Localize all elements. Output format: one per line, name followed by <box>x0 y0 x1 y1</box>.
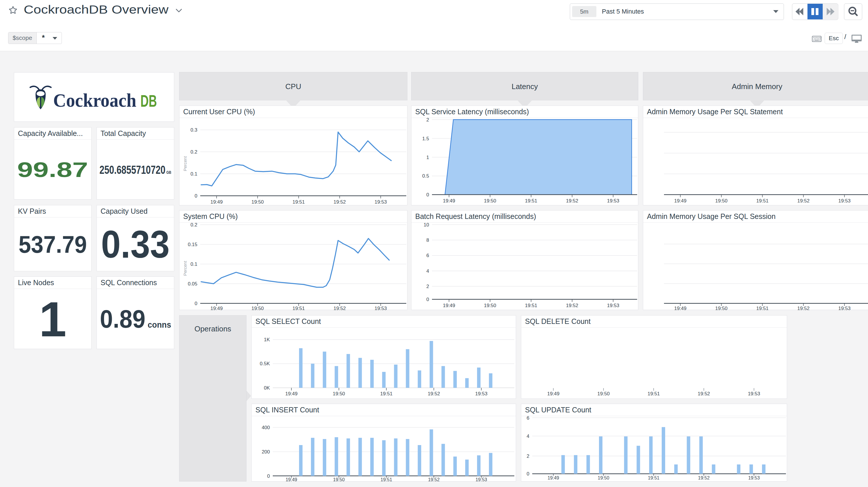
svg-text:19:50: 19:50 <box>598 476 610 480</box>
svg-text:19:50: 19:50 <box>597 391 610 397</box>
svg-text:19:50: 19:50 <box>251 199 264 205</box>
svg-text:19:49: 19:49 <box>674 198 686 204</box>
svg-text:19:49: 19:49 <box>210 306 223 310</box>
svg-text:19:53: 19:53 <box>838 198 851 204</box>
svg-text:19:51: 19:51 <box>648 476 659 480</box>
svg-text:19:51: 19:51 <box>292 199 305 205</box>
svg-text:19:51: 19:51 <box>525 303 537 308</box>
svg-text:19:50: 19:50 <box>715 198 727 204</box>
svg-text:19:52: 19:52 <box>566 198 579 204</box>
svg-text:19:49: 19:49 <box>443 198 455 204</box>
svg-text:2: 2 <box>427 284 429 289</box>
svg-text:2: 2 <box>427 117 429 123</box>
svg-text:8: 8 <box>427 237 429 243</box>
svg-text:19:51: 19:51 <box>292 306 305 310</box>
svg-text:19:49: 19:49 <box>285 477 297 482</box>
svg-text:0.3: 0.3 <box>190 127 197 133</box>
svg-text:19:49: 19:49 <box>443 303 455 308</box>
svg-text:19:53: 19:53 <box>475 391 488 397</box>
svg-text:6: 6 <box>527 415 529 421</box>
svg-text:19:49: 19:49 <box>674 306 686 310</box>
svg-text:19:52: 19:52 <box>797 198 810 204</box>
svg-text:0.1: 0.1 <box>190 261 197 267</box>
svg-text:19:49: 19:49 <box>285 391 298 397</box>
svg-text:19:53: 19:53 <box>374 199 387 205</box>
svg-text:0.1: 0.1 <box>190 171 197 177</box>
svg-text:0.05: 0.05 <box>188 281 197 287</box>
svg-text:DB: DB <box>141 91 157 110</box>
svg-text:19:53: 19:53 <box>748 391 760 397</box>
svg-text:19:53: 19:53 <box>475 477 487 482</box>
svg-text:19:50: 19:50 <box>333 477 345 482</box>
svg-text:200: 200 <box>262 449 270 455</box>
svg-text:19:52: 19:52 <box>334 306 346 310</box>
svg-text:0K: 0K <box>264 385 270 391</box>
svg-text:0: 0 <box>427 297 429 302</box>
svg-text:19:50: 19:50 <box>251 306 264 310</box>
svg-text:Percent: Percent <box>183 156 188 171</box>
svg-text:0: 0 <box>195 193 197 199</box>
svg-text:0.15: 0.15 <box>188 242 197 247</box>
svg-text:19:52: 19:52 <box>698 391 710 397</box>
svg-text:0.5: 0.5 <box>422 173 429 179</box>
svg-text:19:53: 19:53 <box>748 476 760 480</box>
svg-text:19:50: 19:50 <box>333 391 345 397</box>
svg-text:1: 1 <box>427 155 429 160</box>
svg-text:0.5K: 0.5K <box>260 361 270 366</box>
svg-text:1K: 1K <box>264 337 270 342</box>
svg-text:4: 4 <box>427 268 429 274</box>
svg-text:400: 400 <box>262 425 270 430</box>
svg-text:19:49: 19:49 <box>547 391 560 397</box>
svg-text:19:50: 19:50 <box>484 303 496 308</box>
svg-text:19:49: 19:49 <box>548 476 559 480</box>
svg-text:19:52: 19:52 <box>428 391 440 397</box>
svg-text:19:52: 19:52 <box>334 199 346 205</box>
svg-text:4: 4 <box>527 433 529 439</box>
svg-text:19:52: 19:52 <box>797 306 810 310</box>
svg-text:19:53: 19:53 <box>374 306 387 310</box>
svg-text:6: 6 <box>427 253 429 258</box>
svg-text:19:53: 19:53 <box>607 198 620 204</box>
svg-text:0.2: 0.2 <box>190 222 197 228</box>
svg-text:19:51: 19:51 <box>380 391 393 397</box>
svg-text:19:51: 19:51 <box>648 391 660 397</box>
svg-text:1.5: 1.5 <box>422 136 429 141</box>
svg-text:19:53: 19:53 <box>607 303 620 308</box>
svg-text:0: 0 <box>267 474 270 479</box>
svg-text:19:50: 19:50 <box>484 198 496 204</box>
svg-text:0: 0 <box>527 471 529 477</box>
svg-text:19:53: 19:53 <box>838 306 851 310</box>
svg-text:19:51: 19:51 <box>525 198 537 204</box>
svg-text:10: 10 <box>424 222 429 228</box>
svg-text:19:51: 19:51 <box>756 306 769 310</box>
svg-text:19:51: 19:51 <box>380 477 392 482</box>
svg-text:19:51: 19:51 <box>756 198 769 204</box>
svg-text:0: 0 <box>195 301 197 306</box>
svg-text:0.2: 0.2 <box>190 149 197 155</box>
svg-text:19:52: 19:52 <box>428 477 439 482</box>
svg-text:19:52: 19:52 <box>566 303 579 308</box>
svg-text:Cockroach: Cockroach <box>53 90 136 111</box>
svg-text:2: 2 <box>527 454 529 459</box>
svg-text:19:52: 19:52 <box>698 476 710 480</box>
svg-text:0: 0 <box>427 192 429 198</box>
svg-text:Percent: Percent <box>183 261 188 276</box>
svg-text:19:49: 19:49 <box>210 199 223 205</box>
svg-text:19:50: 19:50 <box>715 306 727 310</box>
